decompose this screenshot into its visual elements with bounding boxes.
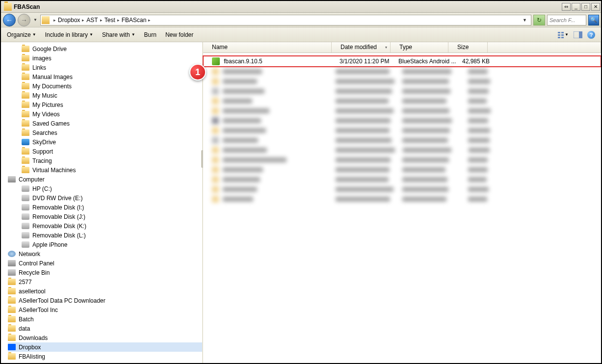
folder-icon: [22, 92, 29, 99]
compat-button[interactable]: ⇔: [562, 3, 571, 11]
history-dropdown[interactable]: ▼: [32, 16, 38, 24]
tree-item[interactable]: Google Drive: [8, 44, 202, 53]
tree-item-label: data: [19, 325, 30, 332]
folder-icon: [8, 297, 16, 304]
tree-item-label: SkyDrive: [32, 139, 56, 146]
blurred-row: [203, 145, 601, 155]
col-type[interactable]: Type: [391, 42, 448, 52]
tree-item[interactable]: Support: [8, 147, 202, 156]
chevron-right-icon: ▸: [82, 18, 84, 23]
breadcrumb-part[interactable]: FBAScan: [122, 17, 147, 24]
tree-item-label: Tracing: [32, 157, 52, 164]
navbar: ← → ▼ ▸ Dropbox ▸ AST ▸ Test ▸ FBAScan ▸…: [1, 13, 601, 27]
tree-item-label: My Videos: [32, 111, 60, 118]
tree-item-label: Network: [19, 251, 40, 258]
tree-item-label: asellertool: [19, 288, 46, 295]
share-with-button[interactable]: Share with▼: [102, 31, 135, 38]
tree-item[interactable]: Virtual Machines: [8, 165, 202, 175]
recycle-icon: [8, 269, 16, 276]
col-date[interactable]: Date modified▾: [332, 42, 391, 52]
tree-item[interactable]: Computer: [8, 175, 202, 184]
tree-item[interactable]: 2577: [8, 277, 202, 286]
tree-item[interactable]: ASellerTool Inc: [8, 305, 202, 314]
maximize-button[interactable]: □: [581, 3, 590, 11]
tree-item[interactable]: Removable Disk (K:): [8, 221, 202, 231]
col-size[interactable]: Size: [448, 42, 488, 52]
breadcrumb-part[interactable]: AST: [86, 17, 98, 24]
blurred-row: [203, 135, 601, 145]
help-button[interactable]: ?: [587, 31, 595, 39]
tree-item[interactable]: My Documents: [8, 81, 202, 91]
tree-item[interactable]: Network: [8, 249, 202, 259]
folder-icon: [22, 120, 29, 127]
breadcrumb[interactable]: ▸ Dropbox ▸ AST ▸ Test ▸ FBAScan ▸ ▼: [40, 15, 531, 26]
blurred-row: [203, 184, 601, 194]
new-folder-button[interactable]: New folder: [165, 31, 193, 38]
tree-item-label: Computer: [19, 176, 45, 183]
tree-item[interactable]: Recycle Bin: [8, 268, 202, 277]
tree-item[interactable]: Downloads: [8, 333, 202, 342]
tree-item-label: Saved Games: [32, 120, 70, 127]
preview-pane-button[interactable]: [573, 31, 583, 39]
file-icon: [212, 57, 220, 65]
tree-item-label: Removable Disk (L:): [32, 232, 86, 239]
breadcrumb-part[interactable]: Dropbox: [58, 17, 80, 24]
close-button[interactable]: ✕: [591, 3, 600, 11]
folder-icon: [22, 74, 29, 80]
tree-item-label: HP (C:): [32, 185, 52, 192]
tree-item[interactable]: My Videos: [8, 109, 202, 119]
tree-item-label: Removable Disk (K:): [32, 223, 86, 230]
refresh-button[interactable]: ↻: [533, 15, 545, 26]
tree-item[interactable]: My Music: [8, 91, 202, 100]
drive-icon: [22, 223, 29, 229]
tree-item[interactable]: Links: [8, 63, 202, 72]
tree-item[interactable]: Manual Images: [8, 72, 202, 81]
col-name[interactable]: Name: [203, 42, 332, 52]
back-button[interactable]: ←: [3, 14, 16, 26]
organize-button[interactable]: Organize▼: [7, 31, 36, 38]
tree-item[interactable]: Removable Disk (J:): [8, 212, 202, 221]
tree-item[interactable]: FBAlisting: [8, 352, 202, 361]
tree-item[interactable]: images: [8, 53, 202, 63]
annotation-badge: 1: [189, 64, 206, 80]
tree-item[interactable]: data: [8, 324, 202, 333]
tree-item[interactable]: Removable Disk (L:): [8, 231, 202, 240]
tree-item[interactable]: Dropbox: [8, 342, 202, 352]
sky-icon: [22, 139, 29, 145]
tree-item[interactable]: SkyDrive: [8, 137, 202, 147]
file-row[interactable]: fbascan.9.10.53/1/2020 11:20 PMBlueStack…: [203, 56, 601, 67]
tree-item[interactable]: Batch: [8, 314, 202, 324]
tree-item[interactable]: Removable Disk (I:): [8, 203, 202, 212]
search-input[interactable]: [548, 17, 577, 23]
search-box[interactable]: [547, 15, 586, 26]
tree-item[interactable]: Tracing: [8, 156, 202, 165]
file-rows: 1 fbascan.9.10.53/1/2020 11:20 PMBlueSta…: [203, 53, 601, 363]
tree-item[interactable]: Control Panel: [8, 259, 202, 268]
breadcrumb-part[interactable]: Test: [105, 17, 115, 24]
tree-item[interactable]: DVD RW Drive (E:): [8, 193, 202, 203]
drive-icon: [22, 204, 29, 210]
breadcrumb-dropdown[interactable]: ▼: [520, 18, 530, 23]
tree-item[interactable]: My Pictures: [8, 100, 202, 109]
folder-icon: [22, 83, 29, 89]
include-library-button[interactable]: Include in library▼: [45, 31, 93, 38]
search-button[interactable]: 🔍: [588, 15, 599, 26]
tree-item[interactable]: Apple iPhone: [8, 240, 202, 249]
tree-item-label: Apple iPhone: [32, 241, 67, 248]
tree-item[interactable]: Searches: [8, 128, 202, 137]
tree-item[interactable]: asellertool: [8, 286, 202, 296]
titlebar: FBAScan ⇔ _ □ ✕: [1, 1, 601, 13]
tree-item[interactable]: ASellerTool Data PC Downloader: [8, 296, 202, 305]
tree-item[interactable]: Saved Games: [8, 119, 202, 128]
tree-item[interactable]: HP (C:): [8, 184, 202, 193]
folder-icon: [22, 102, 29, 108]
folder-icon: [22, 148, 29, 155]
folder-icon: [4, 3, 12, 11]
folder-icon: [22, 130, 29, 136]
view-options-button[interactable]: ▼: [558, 31, 569, 39]
burn-button[interactable]: Burn: [144, 31, 157, 38]
folder-icon: [22, 157, 29, 164]
blurred-row: [203, 77, 601, 86]
minimize-button[interactable]: _: [572, 3, 580, 11]
file-type: BlueStacks Android ...: [398, 58, 456, 65]
